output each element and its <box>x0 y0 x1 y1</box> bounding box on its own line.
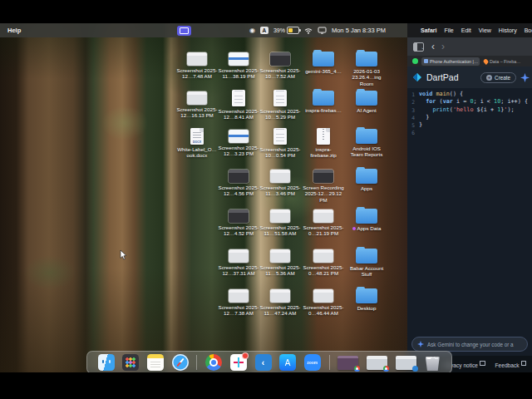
desktop-icon-screen-recording-2025-12-29-12-pm[interactable]: Screen Recording 2025-12…29.12 PM <box>303 165 344 203</box>
dock-safari-icon[interactable] <box>172 354 189 371</box>
desktop-icon-screenshot-2025-12-7-38-am[interactable]: Screenshot 2025-12…7.38 AM <box>218 285 259 317</box>
icon-label: Screenshot 2025-12…7.38 AM <box>218 304 259 317</box>
menu-file[interactable]: File <box>444 27 453 33</box>
desktop-icon-screenshot-2025-0-21-19-pm[interactable]: Screenshot 2025-0…21.19 PM <box>303 205 344 237</box>
dartpad-header: DartPad + Create <box>407 66 532 88</box>
dock-trash-icon[interactable] <box>424 354 441 371</box>
shot-light-icon <box>229 249 249 263</box>
desktop-icon-screenshot-2025-12-4-52-pm[interactable]: Screenshot 2025-12…4.52 PM <box>218 205 259 237</box>
desktop-icon-screenshot-2025-12-8-41-am[interactable]: Screenshot 2025-12…8.41 AM <box>218 87 259 121</box>
dock-slack-icon[interactable] <box>230 354 247 371</box>
create-button[interactable]: + Create <box>480 72 516 83</box>
tab-whatsapp[interactable] <box>410 57 420 66</box>
input-source-icon[interactable]: A <box>260 27 268 34</box>
desktop-icon-screenshot-2025-12-3-23-pm[interactable]: Screenshot 2025-12…3.23 PM <box>218 126 259 157</box>
icon-label: 2026-01-03 23.26.4…ing Room <box>346 68 387 86</box>
icon-label: Screenshot 2025-10…5.29 PM <box>259 108 301 121</box>
icon-label: Screenshot 2025-12…3.23 PM <box>218 145 259 157</box>
desktop-icon-white-label-o-ook-docx[interactable]: DOCXWhite-Label_O…ook.docx <box>176 126 218 159</box>
status-icons: ◉ A 39% Mon 5 Jan 8:33 PM <box>249 27 386 34</box>
desktop-icon-screenshot-2025-12-4-56-pm[interactable]: Screenshot 2025-12…4.56 PM <box>218 165 259 197</box>
icon-label: Screen Recording 2025-12…29.12 PM <box>303 185 344 203</box>
desktop-icon-screenshot-2025-10-7-52-am[interactable]: Screenshot 2025-10…7.52 AM <box>259 48 301 80</box>
desktop-icon-inspra-firebase-zip[interactable]: inspra-firebase.zip <box>303 126 344 159</box>
record-circle-icon[interactable]: ◉ <box>249 27 255 34</box>
desktop-icon-screenshot-2025-11-51-58-am[interactable]: Screenshot 2025-11…51.58 AM <box>259 205 301 237</box>
menu-history[interactable]: History <box>499 27 517 33</box>
shot-light-icon <box>270 209 290 223</box>
dock-notes-icon[interactable] <box>147 354 164 371</box>
display-menu-icon[interactable] <box>318 27 327 34</box>
menu-bar-clock[interactable]: Mon 5 Jan 8:33 PM <box>332 27 386 34</box>
dock-chrome-icon[interactable] <box>205 354 222 371</box>
code-editor[interactable]: 1void main() {2 for (var i = 0; i < 10; … <box>407 88 532 333</box>
screen: Screenshot 2025-12…7.48 AMScreenshot 202… <box>0 23 532 372</box>
desktop-icon-ai-agent[interactable]: AI Agent <box>346 87 387 113</box>
desktop-icon-screenshot-2025-12-37-31-am[interactable]: Screenshot 2025-12…37.31 AM <box>218 245 259 277</box>
dock-launchpad-icon[interactable] <box>122 354 139 371</box>
dock-minimized-window-vscode-icon[interactable] <box>396 356 416 370</box>
desktop-icon-screenshot-2025-11-5-36-am[interactable]: Screenshot 2025-11…5.36 AM <box>259 245 301 277</box>
desktop-icon-screenshot-2025-12-7-48-am[interactable]: Screenshot 2025-12…7.48 AM <box>176 48 218 80</box>
dock-zoom-icon[interactable]: zoom <box>304 354 321 371</box>
menu-bar-right: SafariFileEditViewHistoryBookmarks <box>407 23 532 37</box>
desktop-icon-screenshot-2025-11-3-46-pm[interactable]: Screenshot 2025-11…3.46 PM <box>259 165 301 197</box>
dartpad-app: DartPad + Create 1void main() {2 for (va… <box>407 66 532 372</box>
gemini-input[interactable]: Ask Gemini to change your code or a <box>411 337 528 352</box>
code-text: void main() { <box>419 91 463 98</box>
menu-help[interactable]: Help <box>7 27 21 34</box>
right-screen: SafariFileEditViewHistoryBookmarks ⌄ ‹ ›… <box>407 23 532 372</box>
flame-favicon-icon <box>483 58 490 65</box>
icon-label: Screenshot 2025-0…46.44 AM <box>303 304 344 317</box>
desktop-icon-android-ios-team-reports[interactable]: Android IOS Team Reports <box>346 126 387 158</box>
folder-icon <box>356 249 377 264</box>
dock-minimized-window-chrome-1-icon[interactable] <box>337 356 358 370</box>
shot-dark-icon <box>229 170 249 183</box>
gemini-sparkle-icon[interactable] <box>520 73 530 82</box>
feedback-link[interactable]: Feedback <box>495 361 526 368</box>
desktop-icon-screenshot-2025-0-46-44-am[interactable]: Screenshot 2025-0…46.44 AM <box>303 285 344 317</box>
shot-blue-icon <box>229 52 249 66</box>
desktop-icon-2026-01-03-23-26-4-ing-room[interactable]: 2026-01-03 23.26.4…ing Room <box>346 48 387 86</box>
desktop-icon-screenshot-2025-10-0-54-pm[interactable]: Screenshot 2025-10…0.54 PM <box>259 126 301 159</box>
desktop-icon-screenshot-2025-12-16-13-pm[interactable]: Screenshot 2025-12…16.13 PM <box>176 87 218 119</box>
screen-mirroring-indicator[interactable] <box>177 26 191 36</box>
dock-finder-icon[interactable] <box>98 354 115 371</box>
folder-icon <box>356 129 377 144</box>
folder-icon <box>356 169 377 184</box>
dock-vscode-icon[interactable]: ‹ <box>255 354 272 371</box>
desktop-icon-screenshot-2025-11-47-24-am[interactable]: Screenshot 2025-11…47.24 AM <box>259 285 301 317</box>
menu-bookmarks[interactable]: Bookmarks <box>525 27 532 33</box>
tab-data-fireba[interactable]: Data – Fireba… <box>481 57 530 66</box>
code-text: print('hello ${i + 1}'); <box>419 106 515 114</box>
desktop-icon-screenshot-2025-0-48-21-pm[interactable]: Screenshot 2025-0…48.21 PM <box>303 245 344 277</box>
shot-light-icon <box>187 52 207 66</box>
code-text: } <box>419 121 422 129</box>
icon-label: Screenshot 2025-0…48.21 PM <box>303 264 344 277</box>
tab-label: Data – Fireba… <box>490 59 520 64</box>
code-lines: 1void main() {2 for (var i = 0; i < 10; … <box>407 91 532 137</box>
desktop-icon-apps-data[interactable]: Apps Data <box>346 205 387 231</box>
desktop-icon-babar-account-stuff[interactable]: Babar Account Stuff <box>346 245 387 278</box>
icon-label: Babar Account Stuff <box>346 265 387 278</box>
forward-button[interactable]: › <box>441 42 445 52</box>
sidebar-toggle[interactable]: ⌄ <box>413 42 425 52</box>
battery-status[interactable]: 39% <box>273 27 299 34</box>
icon-label: Apps <box>346 185 387 191</box>
code-line: 2 for (var i = 0; i < 10; i++) { <box>407 98 532 106</box>
back-button[interactable]: ‹ <box>431 42 435 52</box>
dock-appstore-icon[interactable]: A <box>279 354 296 371</box>
desktop-icon-gemini-365-4[interactable]: gemini-365_4… <box>303 48 344 74</box>
folder-icon <box>313 52 334 66</box>
wifi-icon[interactable] <box>304 27 313 34</box>
menu-view[interactable]: View <box>479 27 491 33</box>
menu-edit[interactable]: Edit <box>461 27 471 33</box>
tab-phone-authentication[interactable]: Phone Authentication |… <box>421 57 480 66</box>
dock-minimized-window-chrome-2-icon[interactable] <box>367 356 387 370</box>
desktop-icon-screenshot-2025-11-38-19-pm[interactable]: Screenshot 2025-11…38.19 PM <box>218 48 259 80</box>
desktop-icon-desktop[interactable]: Desktop <box>346 285 387 311</box>
desktop-icon-screenshot-2025-10-5-29-pm[interactable]: Screenshot 2025-10…5.29 PM <box>259 87 301 121</box>
desktop-icon-inspra-firebas[interactable]: inspra-firebas… <box>303 87 344 113</box>
desktop-icon-apps[interactable]: Apps <box>346 165 387 191</box>
menu-safari[interactable]: Safari <box>421 27 436 33</box>
